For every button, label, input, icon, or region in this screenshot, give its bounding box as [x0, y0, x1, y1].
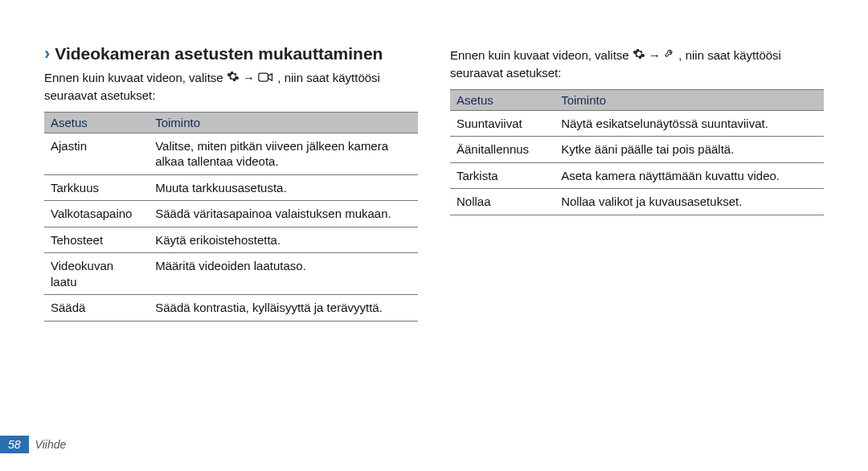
- cell-toiminto: Säädä kontrastia, kylläisyyttä ja terävy…: [149, 295, 418, 322]
- page-number: 58: [0, 436, 29, 453]
- heading-text: Videokameran asetusten mukauttaminen: [55, 44, 383, 63]
- cell-asetus: Suuntaviivat: [450, 110, 555, 137]
- intro-right-b: →: [649, 48, 664, 62]
- table-row: ValkotasapainoSäädä väritasapainoa valai…: [44, 201, 418, 227]
- two-column-layout: › Videokameran asetusten mukauttaminen E…: [44, 36, 824, 322]
- table-row: TehosteetKäytä erikoistehostetta.: [44, 227, 418, 253]
- intro-right: Ennen kuin kuvaat videon, valitse → , ni…: [450, 47, 824, 81]
- table-row: SuuntaviivatNäytä esikatselunäytössä suu…: [450, 110, 824, 137]
- cell-toiminto: Määritä videoiden laatutaso.: [149, 253, 418, 295]
- table-row: ÄänitallennusKytke ääni päälle tai pois …: [450, 137, 824, 163]
- header-toiminto: Toiminto: [555, 89, 824, 110]
- cell-asetus: Säädä: [44, 295, 149, 322]
- cell-asetus: Valkotasapaino: [44, 201, 149, 227]
- intro-left-a: Ennen kuin kuvaat videon, valitse: [44, 71, 227, 84]
- page-footer: 58 Viihde: [0, 436, 66, 453]
- table-row: Videokuvan laatuMääritä videoiden laatut…: [44, 253, 418, 295]
- table-body-left: AjastinValitse, miten pitkän viiveen jäl…: [44, 133, 418, 321]
- cell-asetus: Nollaa: [450, 189, 555, 215]
- cell-toiminto: Muuta tarkkuusasetusta.: [149, 174, 418, 201]
- cell-toiminto: Näytä esikatselunäytössä suuntaviivat.: [555, 110, 824, 137]
- header-toiminto: Toiminto: [149, 112, 418, 133]
- table-row: AjastinValitse, miten pitkän viiveen jäl…: [44, 133, 418, 174]
- cell-asetus: Tarkkuus: [44, 174, 149, 201]
- settings-table-left: Asetus Toiminto AjastinValitse, miten pi…: [44, 112, 418, 322]
- page: › Videokameran asetusten mukauttaminen E…: [0, 0, 868, 471]
- table-header-row: Asetus Toiminto: [44, 112, 418, 133]
- cell-toiminto: Aseta kamera näyttämään kuvattu video.: [555, 162, 824, 189]
- cell-asetus: Äänitallennus: [450, 137, 555, 163]
- table-header-row: Asetus Toiminto: [450, 89, 824, 110]
- chevron-right-icon: ›: [44, 45, 50, 63]
- footer-section: Viihde: [35, 438, 67, 451]
- right-column: Ennen kuin kuvaat videon, valitse → , ni…: [450, 36, 824, 322]
- cell-asetus: Tarkista: [450, 162, 555, 189]
- table-row: TarkkuusMuuta tarkkuusasetusta.: [44, 174, 418, 201]
- section-heading: › Videokameran asetusten mukauttaminen: [44, 44, 418, 63]
- table-body-right: SuuntaviivatNäytä esikatselunäytössä suu…: [450, 110, 824, 215]
- left-column: › Videokameran asetusten mukauttaminen E…: [44, 36, 418, 322]
- gear-icon: [633, 47, 645, 64]
- cell-toiminto: Säädä väritasapainoa valaistuksen mukaan…: [149, 201, 418, 227]
- intro-left-b: →: [243, 71, 258, 84]
- table-row: NollaaNollaa valikot ja kuvausasetukset.: [450, 189, 824, 215]
- wrench-icon: [664, 47, 675, 64]
- intro-left: Ennen kuin kuvaat videon, valitse → , ni…: [44, 70, 418, 104]
- header-asetus: Asetus: [44, 112, 149, 133]
- intro-right-a: Ennen kuin kuvaat videon, valitse: [450, 48, 633, 62]
- cell-asetus: Tehosteet: [44, 227, 149, 253]
- settings-table-right: Asetus Toiminto SuuntaviivatNäytä esikat…: [450, 89, 824, 215]
- cell-toiminto: Käytä erikoistehostetta.: [149, 227, 418, 253]
- cell-toiminto: Nollaa valikot ja kuvausasetukset.: [555, 189, 824, 215]
- cell-asetus: Ajastin: [44, 133, 149, 174]
- cell-asetus: Videokuvan laatu: [44, 253, 149, 295]
- cell-toiminto: Kytke ääni päälle tai pois päältä.: [555, 137, 824, 163]
- svg-rect-0: [259, 73, 268, 81]
- table-row: TarkistaAseta kamera näyttämään kuvattu …: [450, 162, 824, 189]
- table-row: SäädäSäädä kontrastia, kylläisyyttä ja t…: [44, 295, 418, 322]
- gear-icon: [227, 70, 240, 87]
- cell-toiminto: Valitse, miten pitkän viiveen jälkeen ka…: [149, 133, 418, 174]
- camcorder-icon: [258, 71, 274, 87]
- header-asetus: Asetus: [450, 89, 555, 110]
